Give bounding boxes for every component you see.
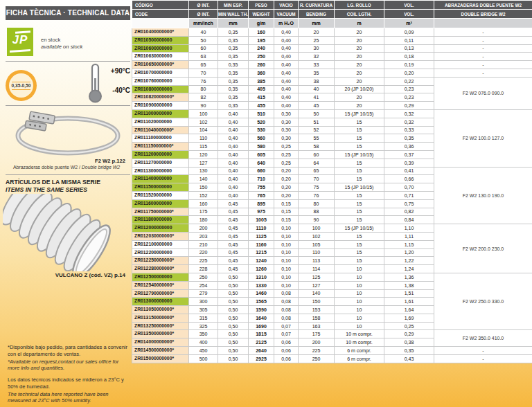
diameter-cell: 60 [189,44,218,53]
wall-thickness-cell: 0,40 [218,183,249,192]
footnote-availability-en: *Available on request,contact our sales … [8,359,128,372]
column-header: DOUBLE BRIDGE W2 [434,10,532,19]
coil-length-cell: 20 (JP 10/20) [335,85,384,93]
wall-thickness-cell: 0,45 [218,216,249,224]
coil-length-cell: 15 [335,118,384,126]
diameter-cell: 400 [189,338,218,347]
column-header: VOL. [384,1,434,10]
weight-cell: 2925 [249,354,274,363]
coil-length-cell: 15 [335,240,384,248]
vacuum-cell: 0,40 [274,69,299,77]
bending-cell: 40 [299,85,335,93]
vacuum-cell: 0,10 [274,257,299,265]
diameter-cell: 120 [189,150,218,159]
weight-cell: 755 [249,183,274,192]
temp-min: -40°C [101,87,130,94]
code-cell: ZR013050000000* [132,306,189,314]
wall-thickness-cell: 0,50 [218,347,249,355]
wall-thickness-cell: 0,50 [218,273,249,281]
vacuum-cell: 0,15 [274,199,299,208]
column-header: BENDING [299,10,335,19]
volume-cell: 0,13 [384,44,434,53]
weight-cell: 360 [249,69,274,77]
wall-thickness-cell: 0,45 [218,199,249,208]
vacuum-cell: 0,10 [274,265,299,273]
table-row: ZR010700000000700,353600,4035200,20- [132,69,532,77]
diameter-cell: 315 [189,314,218,322]
wall-thickness-range: 0,35-0,50 [12,82,31,90]
diameter-cell: 350 [189,330,218,338]
diameter-cell: 100 [189,109,218,118]
vacuum-cell: 0,06 [274,338,299,347]
wall-thickness-cell: 0,40 [218,143,249,151]
diameter-cell: 65 [189,61,218,69]
bending-cell: 105 [299,240,335,248]
volume-cell: 0,32 [384,118,434,126]
wall-thickness-cell: 0,50 [218,298,249,306]
wall-thickness-cell: 0,40 [218,134,249,143]
table-row: ZR0120000000002000,4511100,1010015 (JP 1… [132,224,532,233]
weight-cell: 415 [249,93,274,102]
footnote-availability-es: *Disponible bajo pedido, para cantidades… [8,344,128,358]
column-header: CÓDIGO [132,1,189,10]
wall-thickness-cell: 0,40 [218,159,249,167]
volume-cell: 1,15 [384,240,434,248]
code-cell: ZR011800000000 [132,216,189,224]
coil-length-cell: 10 [335,273,384,281]
table-row: ZR010500000000500,351950,4025200,11- [132,36,532,44]
vacuum-cell: 0,08 [274,298,299,306]
vacuum-cell: 0,10 [274,224,299,233]
column-header: Ø INT. [189,1,218,10]
column-header [434,19,532,28]
diameter-cell: 50 [189,36,218,44]
bending-cell: 33 [299,61,335,69]
clamp-cell: - [434,44,532,53]
code-cell: ZR011520000000 [132,191,189,199]
coil-length-cell: 20 [335,28,384,37]
column-header: CODE [132,10,189,19]
bending-cell: 100 [299,224,335,233]
vacuum-cell: 0,08 [274,306,299,314]
series-title-en: ITEMS IN THE SAME SERIES [6,186,100,194]
column-header: m H₂O [274,19,299,28]
column-header: ABRAZADERAS DOBLE PUENTE W2 [434,1,532,10]
code-cell: ZR014500000000* [132,347,189,355]
weight-cell: 975 [249,208,274,216]
code-cell: ZR012790000000* [132,289,189,298]
volume-cell: 1,64 [384,306,434,314]
diameter-cell: 90 [189,102,218,110]
wall-thickness-cell: 0,50 [218,322,249,330]
header-row-es: CÓDIGOØ INT.MIN ESP.PESOVACIOR. CURVATUR… [132,1,532,10]
weight-cell: 1565 [249,298,274,306]
datasheet-page: FICHA TÈCNICA · TECHNICAL DATA JP en sto… [0,0,532,407]
clamp-cell: - [434,53,532,61]
stock-label-es: en stock [41,37,82,44]
coil-length-cell: 15 (JP 10/15) [335,183,384,192]
vacuum-cell: 0,40 [274,93,299,102]
wall-thickness-cell: 0,45 [218,208,249,216]
column-header: Ø INT. [189,10,218,19]
sidebar: FICHA TÈCNICA · TECHNICAL DATA JP en sto… [0,0,132,407]
wall-thickness-cell: 0,40 [218,109,249,118]
coil-length-cell: 10 [335,298,384,306]
weight-cell: 1005 [249,216,274,224]
wall-thickness-cell: 0,40 [218,175,249,183]
diameter-cell: 82 [189,93,218,102]
code-cell: ZR011150000000* [132,143,189,151]
vacuum-cell: 0,20 [274,167,299,175]
weight-cell: 765 [249,191,274,199]
volume-cell: 0,71 [384,191,434,199]
table-body: ZR010400000000*400,351600,4020200,09-ZR0… [132,28,532,363]
bending-cell: 140 [299,289,335,298]
table-row: ZR010400000000*400,351600,4020200,09- [132,28,532,37]
wall-thickness-cell: 0,40 [218,126,249,134]
diameter-cell: 76 [189,77,218,85]
clamp-cell: - [434,354,532,363]
coil-length-cell: 15 [335,216,384,224]
weight-cell: 1160 [249,240,274,248]
wall-thickness-cell: 0,35 [218,61,249,69]
wall-thickness-cell: 0,40 [218,118,249,126]
code-cell: ZR011020000000 [132,118,189,126]
bending-cell: 51 [299,118,335,126]
column-header: mm [218,19,249,28]
